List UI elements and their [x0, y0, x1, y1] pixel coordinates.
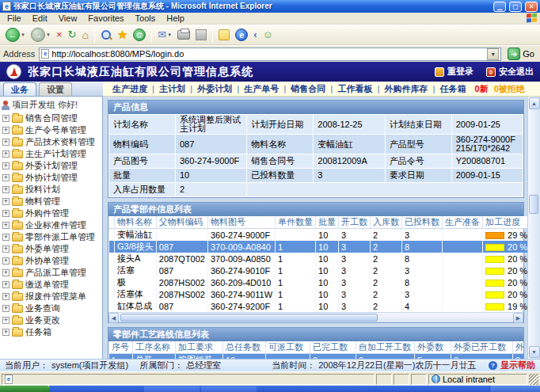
- mail-icon[interactable]: ✉▼: [155, 26, 174, 44]
- table-row[interactable]: 变幅油缸360-274-9000F1032329 %: [109, 229, 528, 242]
- expand-icon[interactable]: +: [2, 198, 10, 205]
- column-header[interactable]: 加工进度: [483, 216, 527, 229]
- expand-icon[interactable]: +: [2, 139, 10, 146]
- expand-icon[interactable]: +: [2, 305, 10, 312]
- tree-item-主生产计划管理[interactable]: +主生产计划管理: [0, 148, 102, 160]
- stop-icon[interactable]: ×: [54, 26, 65, 44]
- messenger-icon[interactable]: ☺: [260, 26, 276, 44]
- favorites-icon[interactable]: ★: [115, 26, 130, 44]
- show-help-link[interactable]: 显示帮助: [500, 360, 535, 371]
- column-header[interactable]: 生产准备: [443, 216, 483, 229]
- column-header[interactable]: 序号: [109, 341, 133, 354]
- expand-icon[interactable]: +: [2, 293, 10, 300]
- table-row[interactable]: 活塞087360-274-9010F11032320 %: [109, 265, 528, 276]
- menu-help[interactable]: Help: [161, 13, 190, 23]
- expand-icon[interactable]: +: [2, 281, 10, 288]
- column-header[interactable]: 已投料数: [402, 216, 443, 229]
- table-row[interactable]: G3/8接头087370-009-A084011032820 %: [109, 241, 528, 253]
- menu-edit[interactable]: Edit: [27, 13, 53, 23]
- tab-设置[interactable]: 设置: [39, 82, 72, 96]
- related-icon[interactable]: ‹: [251, 26, 259, 44]
- address-input[interactable]: e http://localhost:8080/MPS/login.do ▼: [39, 48, 501, 61]
- tree-item-缴送单管理[interactable]: +缴送单管理: [0, 279, 102, 291]
- maximize-button[interactable]: ▢: [509, 2, 522, 12]
- column-header[interactable]: 已完工数: [310, 341, 356, 354]
- column-header[interactable]: 入库数: [371, 216, 402, 229]
- taskbar-button[interactable]: [201, 386, 257, 392]
- scroll-right-icon[interactable]: ▶: [513, 313, 523, 323]
- nav-item-外委计划[interactable]: 外委计划: [192, 83, 237, 95]
- refresh-icon[interactable]: ↻: [66, 26, 79, 44]
- column-header[interactable]: 外委已开工数: [451, 341, 513, 354]
- expand-icon[interactable]: +: [2, 269, 10, 276]
- tree-item-企业标准件管理[interactable]: +企业标准件管理: [0, 219, 102, 231]
- scroll-thumb[interactable]: [120, 314, 378, 322]
- address-dropdown-button[interactable]: ▼: [487, 48, 499, 60]
- nav-item-生产单号[interactable]: 生产单号: [239, 83, 283, 95]
- column-header[interactable]: 总任务数: [223, 341, 266, 354]
- table-row[interactable]: 接头A2087QT002370-009-A085011032820 %: [109, 253, 528, 265]
- nav-item-生产进度[interactable]: 生产进度: [108, 83, 152, 95]
- menu-file[interactable]: File: [2, 13, 27, 23]
- tree-item-业务更改[interactable]: +业务更改: [0, 314, 102, 326]
- expand-icon[interactable]: +: [2, 210, 10, 217]
- expand-icon[interactable]: +: [2, 127, 10, 134]
- edit-icon[interactable]: [193, 26, 209, 44]
- minimize-button[interactable]: ▁: [493, 2, 506, 12]
- tree-item-外协计划管理[interactable]: +外协计划管理: [0, 172, 102, 184]
- tree-item-报废件管理菜单[interactable]: +报废件管理菜单: [0, 291, 102, 303]
- menu-view[interactable]: View: [53, 13, 83, 23]
- logout-button[interactable]: 0 安全退出: [486, 66, 534, 78]
- nav-item-任务箱[interactable]: 任务箱: [435, 83, 471, 95]
- close-button[interactable]: ✕: [525, 2, 538, 12]
- print-icon[interactable]: [175, 26, 192, 44]
- column-header[interactable]: 物料图号: [207, 216, 275, 229]
- tree-item-外购件管理[interactable]: +外购件管理: [0, 207, 102, 219]
- column-header[interactable]: [109, 216, 115, 229]
- column-header[interactable]: 工序名称: [133, 341, 176, 354]
- help-icon[interactable]: ?: [489, 361, 497, 370]
- home-icon[interactable]: ⌂: [79, 26, 90, 44]
- scroll-left-icon[interactable]: ◀: [108, 313, 119, 323]
- expand-icon[interactable]: +: [2, 257, 10, 265]
- tree-item-产品技术资料管理[interactable]: +产品技术资料管理: [0, 136, 102, 148]
- nav-item-主计划[interactable]: 主计划: [154, 83, 190, 95]
- expand-icon[interactable]: +: [2, 186, 10, 193]
- expand-icon[interactable]: +: [2, 329, 10, 336]
- notes-icon[interactable]: [216, 26, 232, 44]
- expand-icon[interactable]: +: [2, 162, 10, 169]
- table-row[interactable]: 缸体总成087360-274-9200F11032419 %: [109, 300, 528, 312]
- tree-item-物料管理[interactable]: +物料管理: [0, 196, 102, 207]
- nav-item-销售合同[interactable]: 销售合同: [286, 83, 330, 95]
- table-row[interactable]: 活塞体2087HS002360-274-9011W11032320 %: [109, 288, 528, 300]
- tree-item-外委单管理[interactable]: +外委单管理: [0, 243, 102, 255]
- resize-grip[interactable]: [529, 374, 538, 385]
- menu-tools[interactable]: Tools: [130, 13, 162, 23]
- column-header[interactable]: 外协数: [513, 341, 525, 354]
- tree-item-业务查询[interactable]: +业务查询: [0, 303, 102, 314]
- page-vertical-scrollbar[interactable]: ▲ ▼: [527, 97, 540, 359]
- menu-favorites[interactable]: Favorites: [82, 13, 129, 23]
- go-button[interactable]: ➜ Go: [505, 48, 537, 60]
- dropdown-arrow-icon[interactable]: ▼: [167, 32, 172, 37]
- column-header[interactable]: 父物料编码: [156, 216, 207, 229]
- column-header[interactable]: 开工数: [339, 216, 371, 229]
- parts-horizontal-scrollbar[interactable]: ◀ ▶: [108, 312, 523, 322]
- column-header[interactable]: 外委数: [415, 341, 451, 354]
- column-header[interactable]: 加工要求: [176, 341, 223, 354]
- taskbar-button[interactable]: [144, 386, 200, 392]
- dropdown-arrow-icon[interactable]: ▼: [46, 32, 51, 37]
- column-header[interactable]: 批量: [316, 216, 339, 229]
- expand-icon[interactable]: +: [2, 317, 10, 324]
- scroll-up-icon[interactable]: ▲: [529, 97, 540, 109]
- scroll-thumb[interactable]: [529, 195, 538, 214]
- relogin-button[interactable]: 重登录: [435, 66, 473, 78]
- tree-item-任务箱[interactable]: +任务箱: [0, 326, 102, 338]
- tree-item-生产令号单管理[interactable]: +生产令号单管理: [0, 124, 102, 136]
- history-icon[interactable]: @: [131, 26, 148, 44]
- dropdown-arrow-icon[interactable]: ▼: [21, 32, 25, 37]
- table-row[interactable]: 极2087HS002360-209-4D01011032820 %: [109, 276, 528, 288]
- column-header[interactable]: 单件数量: [276, 216, 316, 229]
- expand-icon[interactable]: +: [2, 174, 10, 181]
- tree-item-投料计划[interactable]: +投料计划: [0, 184, 102, 196]
